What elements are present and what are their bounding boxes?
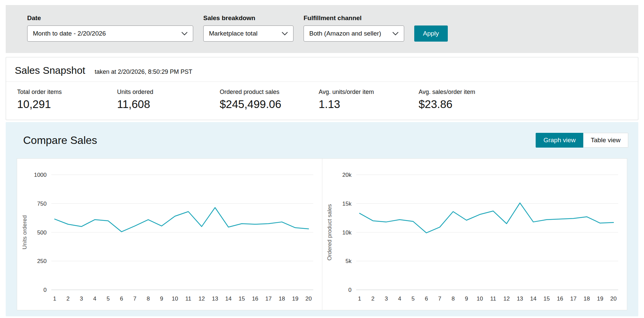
svg-text:750: 750 xyxy=(37,201,46,207)
svg-text:9: 9 xyxy=(465,296,468,302)
svg-text:2: 2 xyxy=(371,296,374,302)
metric-avg-sales-per-order-item: Avg. sales/order item $23.86 xyxy=(419,89,629,110)
svg-text:12: 12 xyxy=(503,296,510,302)
sales-snapshot-title: Sales Snapshot xyxy=(15,65,85,76)
fulfillment-channel-select-value: Both (Amazon and seller) xyxy=(309,30,381,37)
metric-value: 11,608 xyxy=(117,98,220,110)
svg-text:18: 18 xyxy=(279,296,285,302)
svg-text:15k: 15k xyxy=(342,201,352,207)
svg-text:19: 19 xyxy=(292,296,298,302)
metric-value: $245,499.06 xyxy=(220,98,319,110)
units-ordered-chart-container: 0250500750100012345678910111213141516171… xyxy=(17,159,322,310)
svg-text:19: 19 xyxy=(597,296,603,302)
snapshot-metrics-row: Total order items 10,291 Units ordered 1… xyxy=(6,82,638,120)
svg-text:3: 3 xyxy=(80,296,83,302)
compare-sales-title: Compare Sales xyxy=(23,134,97,147)
fulfillment-channel-filter-group: Fulfillment channel Both (Amazon and sel… xyxy=(304,14,404,42)
metric-ordered-product-sales: Ordered product sales $245,499.06 xyxy=(220,89,319,110)
svg-text:6: 6 xyxy=(120,296,123,302)
metric-units-ordered: Units ordered 11,608 xyxy=(117,89,220,110)
metric-value: 10,291 xyxy=(17,98,117,110)
svg-text:17: 17 xyxy=(265,296,272,302)
svg-text:Units ordered: Units ordered xyxy=(21,215,28,249)
compare-sales-header: Compare Sales Graph view Table view xyxy=(6,122,638,148)
table-view-button[interactable]: Table view xyxy=(583,133,628,148)
svg-text:15: 15 xyxy=(544,296,550,302)
svg-text:8: 8 xyxy=(147,296,150,302)
metric-label: Avg. sales/order item xyxy=(419,89,629,96)
svg-text:500: 500 xyxy=(37,229,46,235)
svg-text:Ordered product sales: Ordered product sales xyxy=(326,204,333,260)
graph-view-button[interactable]: Graph view xyxy=(536,133,583,148)
metric-value: $23.86 xyxy=(419,98,629,110)
svg-text:14: 14 xyxy=(225,296,231,302)
metric-label: Total order items xyxy=(17,89,117,96)
date-select[interactable]: Month to date - 2/20/2026 xyxy=(27,25,193,42)
svg-text:13: 13 xyxy=(212,296,218,302)
metric-total-order-items: Total order items 10,291 xyxy=(17,89,117,110)
svg-text:11: 11 xyxy=(185,296,191,302)
svg-text:1: 1 xyxy=(358,296,361,302)
svg-text:4: 4 xyxy=(93,296,96,302)
svg-text:11: 11 xyxy=(490,296,496,302)
metric-avg-units-per-order-item: Avg. units/order item 1.13 xyxy=(319,89,419,110)
apply-button[interactable]: Apply xyxy=(414,25,448,42)
svg-text:1000: 1000 xyxy=(34,172,47,178)
svg-text:15: 15 xyxy=(238,296,245,302)
svg-text:250: 250 xyxy=(37,258,46,264)
svg-text:6: 6 xyxy=(425,296,428,302)
compare-charts-card: 0250500750100012345678910111213141516171… xyxy=(17,158,627,310)
svg-text:16: 16 xyxy=(252,296,258,302)
svg-text:16: 16 xyxy=(557,296,563,302)
filter-bar: Date Month to date - 2/20/2026 Sales bre… xyxy=(6,5,638,53)
svg-text:5: 5 xyxy=(106,296,109,302)
sales-breakdown-select-value: Marketplace total xyxy=(209,30,258,37)
date-filter-label: Date xyxy=(27,14,193,22)
svg-text:20: 20 xyxy=(305,296,312,302)
metric-label: Ordered product sales xyxy=(220,89,319,96)
snapshot-timestamp: taken at 2/20/2026, 8:50:29 PM PST xyxy=(95,68,192,75)
svg-text:20k: 20k xyxy=(342,172,352,178)
sales-breakdown-label: Sales breakdown xyxy=(203,14,293,22)
svg-text:12: 12 xyxy=(199,296,205,302)
svg-text:10k: 10k xyxy=(342,229,352,235)
date-filter-group: Date Month to date - 2/20/2026 xyxy=(27,14,193,42)
chevron-down-icon xyxy=(392,32,398,36)
svg-text:10: 10 xyxy=(172,296,178,302)
svg-text:5: 5 xyxy=(412,296,415,302)
fulfillment-channel-select[interactable]: Both (Amazon and seller) xyxy=(304,25,404,42)
metric-label: Avg. units/order item xyxy=(319,89,419,96)
metric-value: 1.13 xyxy=(319,98,419,110)
svg-text:13: 13 xyxy=(517,296,523,302)
svg-text:7: 7 xyxy=(133,296,136,302)
svg-text:8: 8 xyxy=(451,296,454,302)
sales-breakdown-filter-group: Sales breakdown Marketplace total xyxy=(203,14,293,42)
sales-snapshot-header: Sales Snapshot taken at 2/20/2026, 8:50:… xyxy=(6,57,638,82)
metric-label: Units ordered xyxy=(117,89,220,96)
svg-text:0: 0 xyxy=(43,287,46,293)
compare-sales-section: Compare Sales Graph view Table view 0250… xyxy=(6,122,638,316)
svg-text:10: 10 xyxy=(477,296,483,302)
view-toggle: Graph view Table view xyxy=(536,133,628,148)
svg-text:4: 4 xyxy=(398,296,401,302)
svg-text:3: 3 xyxy=(385,296,388,302)
svg-text:18: 18 xyxy=(584,296,590,302)
svg-text:20: 20 xyxy=(610,296,617,302)
svg-text:9: 9 xyxy=(160,296,163,302)
sales-snapshot-panel: Sales Snapshot taken at 2/20/2026, 8:50:… xyxy=(6,57,638,120)
svg-text:1: 1 xyxy=(53,296,56,302)
units-ordered-chart: 0250500750100012345678910111213141516171… xyxy=(18,161,321,308)
svg-text:17: 17 xyxy=(570,296,577,302)
svg-text:5k: 5k xyxy=(345,258,352,264)
page: Date Month to date - 2/20/2026 Sales bre… xyxy=(0,0,644,318)
chevron-down-icon xyxy=(181,32,187,36)
svg-text:14: 14 xyxy=(530,296,537,302)
ordered-product-sales-chart-container: 05k10k15k20k1234567891011121314151617181… xyxy=(322,159,627,310)
date-select-value: Month to date - 2/20/2026 xyxy=(33,30,106,37)
sales-breakdown-select[interactable]: Marketplace total xyxy=(203,25,293,42)
svg-text:2: 2 xyxy=(66,296,69,302)
svg-text:7: 7 xyxy=(438,296,441,302)
chevron-down-icon xyxy=(282,32,288,36)
svg-text:0: 0 xyxy=(348,287,352,293)
ordered-product-sales-chart: 05k10k15k20k1234567891011121314151617181… xyxy=(323,161,626,308)
